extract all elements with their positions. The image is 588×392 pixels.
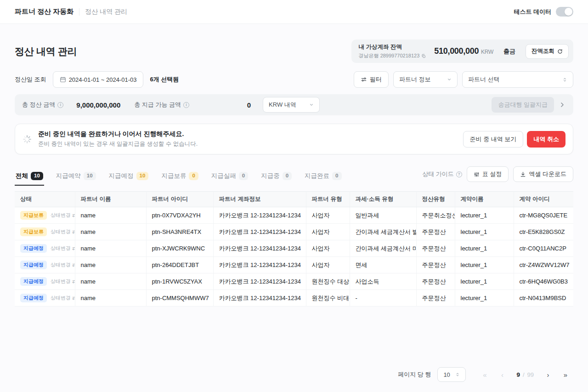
table-cell: 주문정산: [416, 290, 455, 307]
info-icon[interactable]: i: [183, 102, 189, 108]
status-change-button[interactable]: 상태변경 ⇄: [51, 278, 75, 285]
table-cell: ptn-SHA3NRE4TX: [146, 224, 213, 240]
table-cell: 원천징수 비대상자: [306, 290, 350, 307]
table-cell: lecturer_1: [455, 290, 514, 307]
balance-label: 내 가상계좌 잔액: [359, 43, 426, 51]
breadcrumb: 정산 내역 관리: [85, 8, 127, 16]
partner-info-select[interactable]: 파트너 정보: [393, 71, 458, 88]
status-change-button[interactable]: 상태변경 ⇄: [51, 261, 75, 268]
status-change-button[interactable]: 상태변경 ⇄: [51, 212, 75, 219]
bulk-payment-button[interactable]: 송금대행 일괄지급: [492, 97, 554, 113]
table-cell: lecturer_1: [455, 240, 514, 257]
status-change-button[interactable]: 상태변경 ⇄: [51, 245, 75, 252]
column-header: 파트너 아이디: [146, 192, 213, 207]
tab-label: 지급실패: [211, 172, 236, 180]
settlement-table: 상태파트너 이름파트너 아이디파트너 계좌정보파트너 유형과세·소득 유형정산유…: [15, 191, 573, 307]
table-settings-button[interactable]: 표 설정: [467, 166, 509, 182]
table-cell: 사업소득: [350, 273, 416, 290]
rows-per-page-select[interactable]: 10: [437, 367, 466, 382]
table-row: 지급예정상태변경 ⇄nameptn-XJWCRK9WNC카카오뱅크 12-123…: [15, 240, 573, 257]
table-cell: 일반과세: [350, 207, 416, 224]
status-tabs: 전체10지급예약10지급예정10지급보류0지급실패0지급중0지급완료0: [15, 172, 343, 186]
settlement-date-label: 정산일 조회: [15, 75, 46, 84]
table-cell: lecturer_1: [455, 257, 514, 273]
table-cell: name: [75, 207, 146, 224]
first-page-button[interactable]: «: [477, 367, 492, 382]
table-cell: 카카오뱅크 12-12341234-1234: [213, 257, 306, 273]
balance-currency: KRW: [481, 49, 493, 55]
calendar-icon: [60, 76, 66, 83]
table-cell: name: [75, 290, 146, 307]
next-page-button[interactable]: ›: [540, 367, 556, 382]
notice-title: 준비 중인 내역을 완료하거나 이어서 진행해주세요.: [38, 130, 198, 138]
cancel-history-button[interactable]: 내역 취소: [527, 131, 565, 148]
table-cell: 주문취소정산: [416, 207, 455, 224]
virtual-account-balance-card: 내 가상계좌 잔액 경남은행 28999770218123 510,000,00…: [351, 40, 573, 63]
tab-count-badge: 10: [31, 172, 43, 180]
tab-count-badge: 10: [84, 172, 96, 180]
balance-amount: 510,000,000: [434, 46, 479, 56]
check-balance-button[interactable]: 잔액조회: [526, 44, 569, 59]
column-header: 계약이름: [455, 192, 514, 207]
tab-count-badge: 0: [189, 172, 198, 180]
last-page-button[interactable]: »: [558, 367, 573, 382]
table-cell: ptn-XJWCRK9WNC: [146, 240, 213, 257]
prev-page-button[interactable]: ‹: [494, 367, 510, 382]
table-cell: 면세: [350, 257, 416, 273]
column-header: 파트너 이름: [75, 192, 146, 207]
filter-icon: [361, 76, 367, 83]
tab-label: 전체: [16, 172, 28, 180]
status-tab-1[interactable]: 전체10: [15, 172, 44, 186]
status-tab-3[interactable]: 지급예정10: [108, 172, 150, 186]
table-cell: 주문정산: [416, 240, 455, 257]
expand-summary-button[interactable]: [559, 101, 566, 108]
table-cell: 사업자: [306, 240, 350, 257]
table-cell: 사업자: [306, 207, 350, 224]
table-cell: 카카오뱅크 12-12341234-1234: [213, 273, 306, 290]
info-icon[interactable]: i: [57, 102, 63, 108]
table-cell: name: [75, 273, 146, 290]
table-cell: 카카오뱅크 12-12341234-1234: [213, 240, 306, 257]
selected-count: 6개 선택됨: [150, 75, 179, 84]
status-tab-6[interactable]: 지급중0: [260, 172, 293, 186]
withdraw-button[interactable]: 출금: [502, 47, 517, 56]
question-icon: ?: [456, 171, 462, 177]
table-cell: ptn-264DDETJBT: [146, 257, 213, 273]
status-guide-link[interactable]: 상태 가이드 ?: [422, 170, 462, 178]
table-cell: 사업자: [306, 257, 350, 273]
table-cell: lecturer_1: [455, 273, 514, 290]
filter-button[interactable]: 필터: [354, 71, 389, 88]
view-pending-button[interactable]: 준비 중 내역 보기: [463, 131, 524, 148]
status-badge: 지급예정: [20, 261, 47, 269]
column-header: 파트너 유형: [306, 192, 350, 207]
test-data-toggle[interactable]: [556, 7, 573, 17]
page-title: 정산 내역 관리: [15, 45, 77, 58]
topbar: 파트너 정산 자동화 정산 내역 관리 테스트 데이터: [0, 0, 588, 24]
status-badge: 지급보류: [20, 227, 47, 236]
tab-label: 지급중: [261, 172, 280, 180]
partner-select[interactable]: 파트너 선택: [462, 71, 573, 88]
table-cell: lecturer_1: [455, 207, 514, 224]
status-badge: 지급예정: [20, 294, 47, 302]
total-settlement-label: 총 정산 금액: [22, 101, 55, 109]
swap-icon: ⇄: [72, 229, 75, 235]
status-tab-7[interactable]: 지급완료0: [304, 172, 342, 186]
date-range-picker[interactable]: 2024-01-01 ~ 2024-01-03: [53, 71, 144, 88]
notice-subtitle: 준비 중인 내역이 있는 경우 새 일괄지급을 생성할 수 없습니다.: [38, 140, 198, 148]
excel-download-button[interactable]: 엑셀 다운로드: [513, 166, 573, 182]
table-cell: ctr-MG8QS0JETE: [514, 207, 573, 224]
status-tab-5[interactable]: 지급실패0: [210, 172, 249, 186]
total-pages: 99: [527, 371, 534, 378]
status-change-button[interactable]: 상태변경 ⇄: [51, 228, 75, 235]
column-header: 계약 아이디: [514, 192, 573, 207]
status-tab-2[interactable]: 지급예약10: [55, 172, 97, 186]
status-change-button[interactable]: 상태변경 ⇄: [51, 295, 75, 301]
table-cell: ctr-6HQ46WG0B3: [514, 273, 573, 290]
swap-icon: ⇄: [72, 262, 75, 268]
currency-history-select[interactable]: KRW 내역: [263, 97, 320, 113]
chevron-up-down-icon: [455, 372, 460, 377]
status-badge: 지급예정: [20, 244, 47, 252]
status-tab-4[interactable]: 지급보류0: [160, 172, 199, 186]
copy-icon[interactable]: [421, 54, 426, 58]
pagination: 페이지 당 행 10 « ‹ 9 / 99 › »: [15, 367, 573, 382]
